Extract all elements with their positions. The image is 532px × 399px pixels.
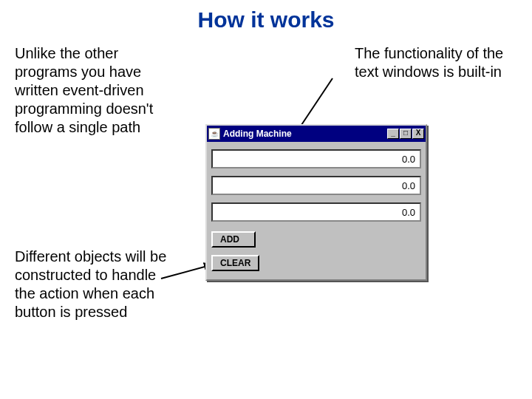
slide-title: How it works [0,7,532,33]
window-body: 0.0 0.0 0.0 ADD CLEAR [207,142,426,279]
paragraph-builtin: The functionality of the text windows is… [355,44,510,81]
window-title: Adding Machine [223,129,387,139]
maximize-button[interactable]: □ [400,129,412,139]
close-button[interactable]: X [412,129,424,139]
add-button[interactable]: ADD [211,231,256,248]
result-field[interactable]: 0.0 [211,202,421,222]
clear-button[interactable]: CLEAR [211,255,259,271]
paragraph-event-driven: Unlike the other programs you have writt… [15,44,185,137]
window-titlebar[interactable]: ☕ Adding Machine _ □ X [207,126,426,142]
paragraph-objects: Different objects will be constructed to… [15,248,170,321]
adding-machine-window: ☕ Adding Machine _ □ X 0.0 0.0 0.0 ADD C… [205,124,427,281]
java-cup-icon: ☕ [208,128,220,140]
minimize-button[interactable]: _ [387,129,399,139]
operand2-field[interactable]: 0.0 [211,176,421,195]
operand1-field[interactable]: 0.0 [211,149,421,168]
